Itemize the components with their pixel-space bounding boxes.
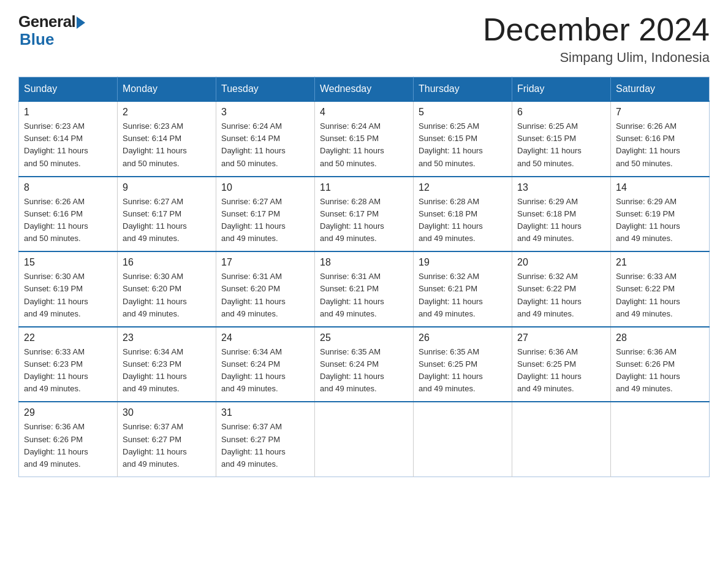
day-number: 1: [24, 107, 112, 118]
calendar-cell: 5Sunrise: 6:25 AMSunset: 6:15 PMDaylight…: [414, 101, 512, 177]
day-number: 22: [24, 332, 112, 343]
day-number: 27: [517, 332, 605, 343]
day-number: 20: [517, 257, 605, 268]
day-info: Sunrise: 6:32 AMSunset: 6:22 PMDaylight:…: [517, 270, 605, 320]
day-info: Sunrise: 6:34 AMSunset: 6:23 PMDaylight:…: [123, 346, 211, 396]
calendar-cell: [512, 402, 611, 477]
day-number: 2: [123, 107, 211, 118]
day-info: Sunrise: 6:26 AMSunset: 6:16 PMDaylight:…: [24, 196, 112, 245]
weekday-header-tuesday: Tuesday: [216, 77, 315, 102]
logo: General Blue: [18, 12, 85, 49]
day-info: Sunrise: 6:31 AMSunset: 6:20 PMDaylight:…: [221, 270, 309, 320]
calendar-cell: 2Sunrise: 6:23 AMSunset: 6:14 PMDaylight…: [118, 101, 216, 177]
calendar-cell: 19Sunrise: 6:32 AMSunset: 6:21 PMDayligh…: [414, 251, 512, 327]
month-title: December 2024: [483, 12, 710, 47]
day-number: 31: [221, 407, 309, 418]
day-info: Sunrise: 6:30 AMSunset: 6:20 PMDaylight:…: [123, 270, 211, 320]
calendar-cell: 29Sunrise: 6:36 AMSunset: 6:26 PMDayligh…: [19, 402, 118, 477]
calendar-week-row: 1Sunrise: 6:23 AMSunset: 6:14 PMDaylight…: [19, 101, 710, 177]
day-number: 28: [616, 332, 704, 343]
day-number: 18: [320, 257, 408, 268]
day-info: Sunrise: 6:26 AMSunset: 6:16 PMDaylight:…: [616, 120, 704, 170]
day-number: 12: [419, 182, 507, 193]
calendar-cell: 7Sunrise: 6:26 AMSunset: 6:16 PMDaylight…: [611, 101, 710, 177]
day-number: 24: [221, 332, 309, 343]
day-number: 23: [123, 332, 211, 343]
day-number: 5: [419, 107, 507, 118]
weekday-header-wednesday: Wednesday: [315, 77, 414, 102]
day-info: Sunrise: 6:37 AMSunset: 6:27 PMDaylight:…: [123, 421, 211, 470]
calendar-cell: 26Sunrise: 6:35 AMSunset: 6:25 PMDayligh…: [414, 327, 512, 402]
calendar-cell: 12Sunrise: 6:28 AMSunset: 6:18 PMDayligh…: [414, 177, 512, 252]
calendar-body: 1Sunrise: 6:23 AMSunset: 6:14 PMDaylight…: [19, 101, 710, 477]
day-info: Sunrise: 6:33 AMSunset: 6:23 PMDaylight:…: [24, 346, 112, 396]
calendar-cell: [414, 402, 512, 477]
day-number: 26: [419, 332, 507, 343]
calendar-cell: 9Sunrise: 6:27 AMSunset: 6:17 PMDaylight…: [118, 177, 216, 252]
weekday-header-thursday: Thursday: [414, 77, 512, 102]
day-number: 8: [24, 182, 112, 193]
calendar-cell: 22Sunrise: 6:33 AMSunset: 6:23 PMDayligh…: [19, 327, 118, 402]
day-info: Sunrise: 6:27 AMSunset: 6:17 PMDaylight:…: [123, 196, 211, 245]
day-number: 16: [123, 257, 211, 268]
day-number: 15: [24, 257, 112, 268]
logo-general-text: General: [18, 12, 75, 31]
day-info: Sunrise: 6:30 AMSunset: 6:19 PMDaylight:…: [24, 270, 112, 320]
logo-blue-text: Blue: [18, 30, 54, 49]
calendar-cell: 28Sunrise: 6:36 AMSunset: 6:26 PMDayligh…: [611, 327, 710, 402]
weekday-header-row: SundayMondayTuesdayWednesdayThursdayFrid…: [19, 77, 710, 102]
day-number: 14: [616, 182, 704, 193]
calendar-week-row: 29Sunrise: 6:36 AMSunset: 6:26 PMDayligh…: [19, 402, 710, 477]
calendar-cell: 15Sunrise: 6:30 AMSunset: 6:19 PMDayligh…: [19, 251, 118, 327]
day-number: 11: [320, 182, 408, 193]
calendar-week-row: 8Sunrise: 6:26 AMSunset: 6:16 PMDaylight…: [19, 177, 710, 252]
day-info: Sunrise: 6:35 AMSunset: 6:24 PMDaylight:…: [320, 346, 408, 396]
calendar-cell: 10Sunrise: 6:27 AMSunset: 6:17 PMDayligh…: [216, 177, 315, 252]
weekday-header-friday: Friday: [512, 77, 611, 102]
calendar-cell: 11Sunrise: 6:28 AMSunset: 6:17 PMDayligh…: [315, 177, 414, 252]
calendar-cell: 31Sunrise: 6:37 AMSunset: 6:27 PMDayligh…: [216, 402, 315, 477]
weekday-header-sunday: Sunday: [19, 77, 118, 102]
day-info: Sunrise: 6:34 AMSunset: 6:24 PMDaylight:…: [221, 346, 309, 396]
day-info: Sunrise: 6:29 AMSunset: 6:18 PMDaylight:…: [517, 196, 605, 245]
day-number: 7: [616, 107, 704, 118]
title-block: December 2024 Simpang Ulim, Indonesia: [483, 12, 710, 66]
calendar-cell: 30Sunrise: 6:37 AMSunset: 6:27 PMDayligh…: [118, 402, 216, 477]
day-number: 21: [616, 257, 704, 268]
day-info: Sunrise: 6:33 AMSunset: 6:22 PMDaylight:…: [616, 270, 704, 320]
day-info: Sunrise: 6:36 AMSunset: 6:25 PMDaylight:…: [517, 346, 605, 396]
calendar-cell: [611, 402, 710, 477]
calendar-cell: 17Sunrise: 6:31 AMSunset: 6:20 PMDayligh…: [216, 251, 315, 327]
day-info: Sunrise: 6:31 AMSunset: 6:21 PMDaylight:…: [320, 270, 408, 320]
day-number: 3: [221, 107, 309, 118]
day-info: Sunrise: 6:23 AMSunset: 6:14 PMDaylight:…: [24, 120, 112, 170]
day-info: Sunrise: 6:36 AMSunset: 6:26 PMDaylight:…: [616, 346, 704, 396]
calendar-cell: 13Sunrise: 6:29 AMSunset: 6:18 PMDayligh…: [512, 177, 611, 252]
day-info: Sunrise: 6:28 AMSunset: 6:18 PMDaylight:…: [419, 196, 507, 245]
weekday-header-saturday: Saturday: [611, 77, 710, 102]
day-number: 6: [517, 107, 605, 118]
calendar-cell: 27Sunrise: 6:36 AMSunset: 6:25 PMDayligh…: [512, 327, 611, 402]
location-title: Simpang Ulim, Indonesia: [483, 50, 710, 66]
day-info: Sunrise: 6:23 AMSunset: 6:14 PMDaylight:…: [123, 120, 211, 170]
day-info: Sunrise: 6:29 AMSunset: 6:19 PMDaylight:…: [616, 196, 704, 245]
logo-arrow-icon: [77, 17, 85, 29]
day-info: Sunrise: 6:25 AMSunset: 6:15 PMDaylight:…: [419, 120, 507, 170]
calendar-cell: 8Sunrise: 6:26 AMSunset: 6:16 PMDaylight…: [19, 177, 118, 252]
day-number: 25: [320, 332, 408, 343]
calendar-table: SundayMondayTuesdayWednesdayThursdayFrid…: [18, 77, 710, 477]
day-number: 19: [419, 257, 507, 268]
calendar-cell: 16Sunrise: 6:30 AMSunset: 6:20 PMDayligh…: [118, 251, 216, 327]
day-info: Sunrise: 6:36 AMSunset: 6:26 PMDaylight:…: [24, 421, 112, 470]
day-info: Sunrise: 6:27 AMSunset: 6:17 PMDaylight:…: [221, 196, 309, 245]
calendar-week-row: 22Sunrise: 6:33 AMSunset: 6:23 PMDayligh…: [19, 327, 710, 402]
calendar-cell: [315, 402, 414, 477]
calendar-cell: 24Sunrise: 6:34 AMSunset: 6:24 PMDayligh…: [216, 327, 315, 402]
calendar-cell: 4Sunrise: 6:24 AMSunset: 6:15 PMDaylight…: [315, 101, 414, 177]
calendar-cell: 14Sunrise: 6:29 AMSunset: 6:19 PMDayligh…: [611, 177, 710, 252]
calendar-header: SundayMondayTuesdayWednesdayThursdayFrid…: [19, 77, 710, 102]
calendar-cell: 21Sunrise: 6:33 AMSunset: 6:22 PMDayligh…: [611, 251, 710, 327]
calendar-cell: 23Sunrise: 6:34 AMSunset: 6:23 PMDayligh…: [118, 327, 216, 402]
calendar-cell: 18Sunrise: 6:31 AMSunset: 6:21 PMDayligh…: [315, 251, 414, 327]
day-info: Sunrise: 6:28 AMSunset: 6:17 PMDaylight:…: [320, 196, 408, 245]
